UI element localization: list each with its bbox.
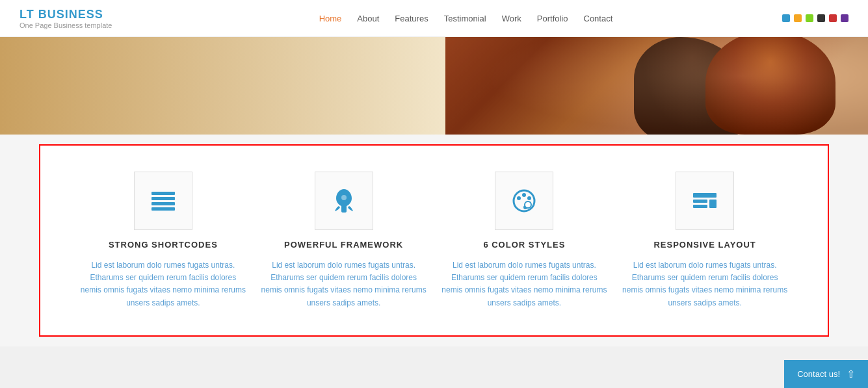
- color-swatches: [782, 14, 848, 22]
- framework-title: POWERFUL FRAMEWORK: [284, 240, 403, 250]
- color-dot-purple[interactable]: [841, 14, 848, 22]
- svg-point-12: [525, 201, 531, 208]
- bottom-area: [0, 346, 868, 388]
- nav-features[interactable]: Features: [395, 14, 428, 23]
- shortcodes-icon-box: [134, 172, 192, 230]
- color-dot-dark[interactable]: [817, 14, 825, 22]
- svg-point-5: [341, 195, 347, 200]
- rocket-icon: [330, 187, 358, 215]
- feature-responsive: RESPONSIVE LAYOUT Lid est laborum dolo r…: [621, 172, 789, 309]
- responsive-icon-box: [676, 172, 734, 230]
- svg-rect-2: [151, 197, 175, 200]
- lines-icon: [149, 187, 178, 215]
- svg-rect-16: [709, 200, 717, 208]
- colors-icon-box: [495, 172, 553, 230]
- color-dot-orange[interactable]: [794, 14, 802, 22]
- svg-point-7: [517, 196, 521, 200]
- contact-us-button[interactable]: Contact us! ⇧: [784, 360, 868, 388]
- main-nav: Home About Features Testimonial Work Por…: [150, 14, 782, 23]
- svg-rect-1: [151, 192, 175, 195]
- nav-portfolio[interactable]: Portfolio: [537, 14, 568, 23]
- svg-point-9: [527, 196, 531, 200]
- header: LT BUSINESS One Page Business template H…: [0, 0, 868, 37]
- palette-icon: [510, 187, 538, 215]
- responsive-desc: Lid est laborum dolo rumes fugats untras…: [621, 259, 789, 309]
- svg-rect-4: [151, 207, 175, 211]
- framework-icon-box: [315, 172, 373, 230]
- nav-contact[interactable]: Contact: [584, 14, 613, 23]
- svg-rect-15: [693, 205, 707, 208]
- responsive-title: RESPONSIVE LAYOUT: [653, 240, 756, 250]
- hero-image: [445, 37, 868, 135]
- layout-icon: [690, 187, 719, 215]
- feature-shortcodes: STRONG SHORTCODES Lid est laborum dolo r…: [79, 172, 247, 309]
- contact-btn-label: Contact us!: [797, 369, 840, 379]
- nav-work[interactable]: Work: [502, 14, 521, 23]
- svg-rect-13: [693, 193, 717, 198]
- nav-testimonial[interactable]: Testimonial: [444, 14, 486, 23]
- shortcodes-title: STRONG SHORTCODES: [109, 240, 218, 250]
- svg-point-8: [522, 193, 526, 197]
- hero-banner: [0, 37, 868, 135]
- colors-title: 6 COLOR STYLES: [483, 240, 565, 250]
- color-dot-blue[interactable]: [782, 14, 790, 22]
- svg-rect-0: [445, 37, 868, 135]
- chevron-up-icon: ⇧: [847, 368, 855, 380]
- framework-desc: Lid est laborum dolo rumes fugats untras…: [260, 259, 428, 309]
- nav-home[interactable]: Home: [319, 14, 342, 23]
- logo-area: LT BUSINESS One Page Business template: [20, 8, 150, 29]
- nav-about[interactable]: About: [357, 14, 379, 23]
- shortcodes-desc: Lid est laborum dolo rumes fugats untras…: [79, 259, 247, 309]
- svg-rect-3: [151, 202, 175, 205]
- logo-title: LT BUSINESS: [20, 8, 150, 21]
- colors-desc: Lid est laborum dolo rumes fugats untras…: [441, 259, 609, 309]
- color-dot-red[interactable]: [829, 14, 837, 22]
- features-grid: STRONG SHORTCODES Lid est laborum dolo r…: [79, 172, 789, 309]
- features-section: STRONG SHORTCODES Lid est laborum dolo r…: [39, 144, 829, 337]
- svg-rect-14: [693, 200, 707, 203]
- feature-colors: 6 COLOR STYLES Lid est laborum dolo rume…: [441, 172, 609, 309]
- logo-subtitle: One Page Business template: [20, 21, 150, 29]
- feature-framework: POWERFUL FRAMEWORK Lid est laborum dolo …: [260, 172, 428, 309]
- color-dot-green[interactable]: [806, 14, 813, 22]
